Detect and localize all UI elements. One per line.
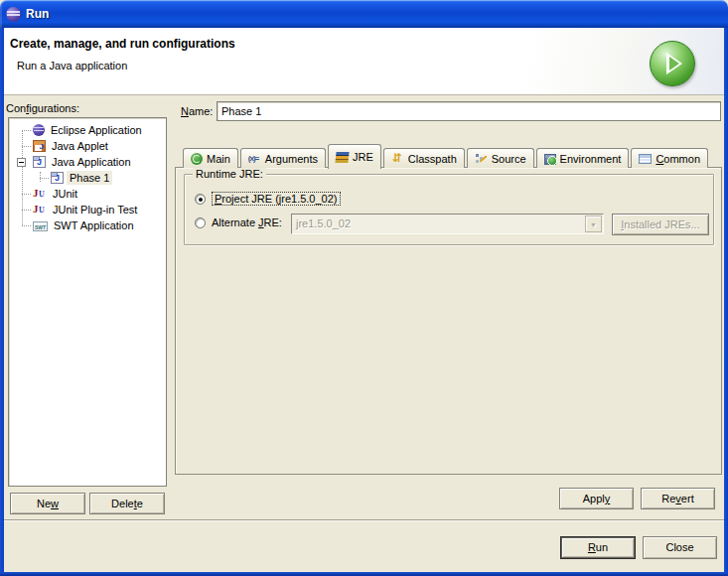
- tab-arguments[interactable]: Arguments: [240, 148, 326, 168]
- runtime-jre-legend: Runtime JRE:: [193, 168, 266, 180]
- tree-item-java-application[interactable]: Java Application: [13, 154, 164, 170]
- alternate-jre-combobox: jre1.5.0_02 ▼: [291, 214, 604, 234]
- alternate-jre-value: jre1.5.0_02: [296, 217, 351, 229]
- tab-classpath[interactable]: Classpath: [383, 148, 465, 168]
- revert-button[interactable]: Revert: [641, 488, 715, 509]
- project-jre-radio[interactable]: [195, 194, 206, 205]
- project-jre-radio-row: Project JRE (jre1.5.0_02): [195, 192, 341, 206]
- source-tab-icon: [475, 153, 488, 165]
- alternate-jre-label[interactable]: Alternate JRE:: [212, 216, 282, 228]
- classpath-tab-icon: [391, 153, 404, 165]
- tab-environment[interactable]: Environment: [536, 148, 630, 168]
- tab-source[interactable]: Source: [467, 148, 534, 168]
- header-title: Create, manage, and run configurations: [10, 37, 235, 51]
- tree-item-java-applet[interactable]: Java Applet: [13, 138, 164, 154]
- jre-tab-panel: Runtime JRE: Project JRE (jre1.5.0_02) A…: [175, 167, 722, 475]
- tab-label: Arguments: [265, 153, 318, 165]
- configurations-tree[interactable]: Eclipse Application Java Applet Java App…: [8, 117, 167, 487]
- eclipse-application-icon: [33, 124, 45, 136]
- installed-jres-button: Installed JREs...: [612, 214, 709, 235]
- delete-button[interactable]: Delete: [89, 493, 165, 514]
- tab-label: Common: [655, 153, 700, 165]
- tab-common[interactable]: Common: [631, 148, 708, 168]
- common-tab-icon: [639, 154, 652, 164]
- run-dialog: Run ✕ Create, manage, and run configurat…: [0, 0, 728, 576]
- java-applet-icon: [33, 140, 46, 152]
- arguments-tab-icon: [248, 153, 261, 165]
- apply-button[interactable]: Apply: [559, 488, 634, 509]
- tab-label: Main: [207, 153, 230, 165]
- tree-connector: [22, 130, 31, 131]
- junit-plugin-icon: ◦»: [33, 204, 47, 216]
- runtime-jre-group: Runtime JRE: Project JRE (jre1.5.0_02) A…: [184, 174, 714, 245]
- tree-connector: [22, 225, 31, 226]
- run-badge-icon: [650, 41, 695, 86]
- swt-application-icon: [33, 221, 48, 231]
- main-tab-icon: [191, 153, 203, 165]
- environment-tab-icon: [544, 154, 556, 165]
- tab-strip: Main Arguments JRE Classpath Source Envi…: [183, 144, 710, 168]
- jre-tab-icon: [335, 152, 349, 163]
- tab-label: JRE: [353, 151, 373, 163]
- alternate-jre-radio[interactable]: [195, 217, 206, 228]
- tree-connector: [22, 146, 31, 147]
- tree-item-swt-application[interactable]: SWT Application: [13, 217, 164, 233]
- title-bar[interactable]: Run: [0, 0, 728, 28]
- tab-label: Source: [492, 153, 526, 165]
- run-button[interactable]: Run: [560, 536, 636, 559]
- tree-item-label: Eclipse Application: [48, 123, 145, 137]
- junit-icon: [33, 188, 47, 201]
- tree-item-label: Java Application: [49, 155, 134, 169]
- window-border: [0, 572, 728, 576]
- dialog-header: Create, manage, and run configurations R…: [0, 28, 728, 95]
- tree-connector: [22, 194, 31, 195]
- name-input[interactable]: [217, 101, 721, 121]
- alternate-jre-radio-row: Alternate JRE:: [195, 216, 282, 228]
- chevron-down-icon: ▼: [585, 216, 602, 232]
- configurations-label: Configurations:: [6, 102, 79, 114]
- eclipse-window-icon: [6, 7, 21, 22]
- tab-label: Environment: [560, 153, 622, 165]
- header-subtitle: Run a Java application: [17, 60, 127, 72]
- tab-label: Classpath: [408, 153, 457, 165]
- tree-item-junit[interactable]: JUnit: [13, 186, 164, 202]
- window-border: [0, 28, 4, 576]
- window-title: Run: [26, 7, 49, 21]
- tree-connector: [40, 178, 49, 179]
- tree-connector: [22, 210, 31, 211]
- collapse-expander-icon[interactable]: [17, 158, 26, 167]
- tree-item-phase-1[interactable]: Phase 1: [13, 170, 164, 186]
- footer-separator: [4, 519, 724, 521]
- tree-item-label: SWT Application: [51, 218, 137, 232]
- new-button[interactable]: New: [10, 493, 85, 514]
- java-application-icon: [51, 172, 64, 184]
- close-button[interactable]: Close: [643, 536, 717, 559]
- name-label: Name:: [181, 105, 213, 117]
- tree-item-junit-plugin-test[interactable]: ◦» JUnit Plug-in Test: [13, 202, 164, 217]
- tree-item-label: Phase 1: [67, 171, 112, 185]
- plugin-sparkle-icon: ◦»: [54, 204, 59, 210]
- window-border: [724, 28, 728, 576]
- java-application-icon: [33, 156, 46, 168]
- tree-item-label: Java Applet: [49, 139, 111, 153]
- tree-item-eclipse-application[interactable]: Eclipse Application: [13, 122, 164, 138]
- tab-main[interactable]: Main: [183, 148, 238, 168]
- tab-jre[interactable]: JRE: [328, 144, 381, 169]
- tree-item-label: JUnit Plug-in Test: [50, 203, 140, 216]
- tree-item-label: JUnit: [50, 187, 80, 201]
- project-jre-label[interactable]: Project JRE (jre1.5.0_02): [212, 192, 341, 206]
